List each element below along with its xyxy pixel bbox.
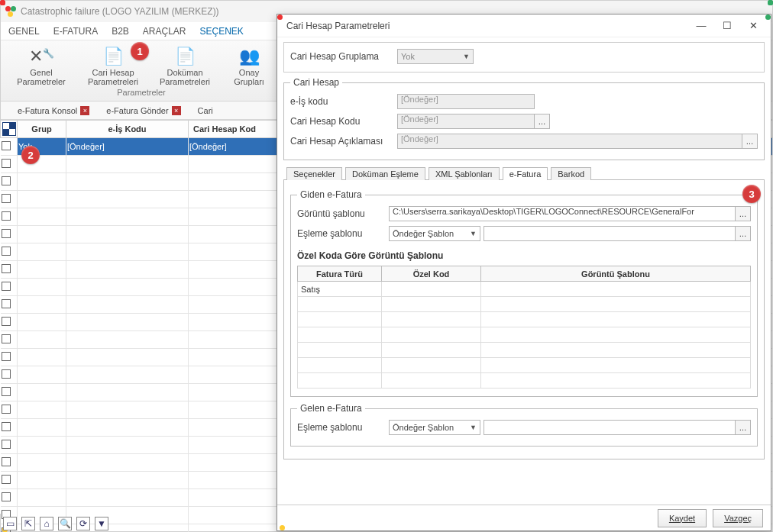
giden-legend: Giden e-Fatura xyxy=(297,189,365,200)
gelen-esleme-select[interactable]: Öndeğer Şablon▼ xyxy=(389,420,480,435)
menu-secenek[interactable]: SEÇENEK xyxy=(200,26,244,37)
row-checkbox[interactable] xyxy=(2,317,11,326)
close-icon[interactable]: × xyxy=(80,106,89,115)
doc-tab-efatura-konsol[interactable]: e-Fatura Konsol × xyxy=(5,106,89,115)
dialog-inner-tabs: Seçenekler Doküman Eşleme XML Şablonları… xyxy=(283,166,765,180)
doc-tab-efatura-gonder[interactable]: e-Fatura Gönder × xyxy=(94,106,180,115)
row-checkbox[interactable] xyxy=(2,387,11,396)
tab-secenekler[interactable]: Seçenekler xyxy=(286,167,342,180)
row-checkbox[interactable] xyxy=(2,194,11,203)
row-checkbox[interactable] xyxy=(2,457,11,466)
esleme-select[interactable]: Öndeğer Şablon▼ xyxy=(389,226,480,241)
row-checkbox[interactable] xyxy=(2,264,11,273)
gruplama-select[interactable]: Yok▼ xyxy=(397,49,474,64)
cancel-button[interactable]: Vazgeç xyxy=(713,509,763,527)
tab-logo-icon xyxy=(5,106,15,115)
chk-input[interactable]: [Öndeğer] xyxy=(397,114,535,129)
row-checkbox[interactable] xyxy=(2,422,11,431)
ozel-header-sablon[interactable]: Görüntü Şablonu xyxy=(481,266,751,282)
esleme-browse-button[interactable]: … xyxy=(736,226,751,241)
tools-icon: ✕🔧 xyxy=(30,45,53,68)
eis-input[interactable]: [Öndeğer] xyxy=(397,94,535,109)
goruntu-browse-button[interactable]: … xyxy=(736,206,751,221)
menu-genel[interactable]: GENEL xyxy=(8,26,40,37)
row-checkbox[interactable] xyxy=(2,141,11,150)
row-checkbox[interactable] xyxy=(2,176,11,185)
row-checkbox[interactable] xyxy=(2,211,11,221)
document-check-icon: 📄 xyxy=(102,45,125,68)
tool-browse-icon[interactable]: ⌂ xyxy=(40,517,53,530)
dialog-title: Cari Hesap Parametreleri xyxy=(286,21,688,31)
row-checkbox[interactable] xyxy=(2,440,11,449)
row-checkbox[interactable] xyxy=(2,299,11,308)
grid-header-eis[interactable]: e-İş Kodu xyxy=(66,121,189,138)
tool-refresh-icon[interactable]: ⟳ xyxy=(76,517,90,530)
row-checkbox[interactable] xyxy=(2,334,11,343)
ribbon-group-caption: Parametreler xyxy=(117,88,166,97)
tab-xml-sablonlari[interactable]: XML Şablonları xyxy=(429,167,500,180)
tool-nav-icon[interactable]: ▭ xyxy=(3,517,17,530)
minimize-button[interactable]: — xyxy=(688,16,714,36)
esleme-label: Eşleme şablonu xyxy=(297,228,389,239)
esleme-path-input[interactable] xyxy=(484,226,736,241)
grid-header-grup[interactable]: Grup xyxy=(18,121,66,138)
tab-barkod[interactable]: Barkod xyxy=(551,167,591,180)
document-gear-icon: 📄 xyxy=(173,45,196,68)
ozel-header-fatura[interactable]: Fatura Türü xyxy=(298,266,382,282)
ozel-table[interactable]: Fatura Türü Özel Kod Görüntü Şablonu Sat… xyxy=(297,266,751,389)
cha-browse-button[interactable]: … xyxy=(742,134,758,149)
ozel-row[interactable] xyxy=(298,297,751,312)
row-checkbox[interactable] xyxy=(2,247,11,256)
gelen-esleme-browse-button[interactable]: … xyxy=(736,420,751,435)
close-icon[interactable]: × xyxy=(172,106,181,115)
close-button[interactable]: ✕ xyxy=(740,16,766,36)
ribbon-btn-cari-hesap-parametreleri[interactable]: 📄 Cari HesapParametreleri 1 xyxy=(79,44,147,86)
menu-efatura[interactable]: E-FATURA xyxy=(53,26,98,37)
cha-input[interactable]: [Öndeğer] xyxy=(397,134,742,149)
ozel-header-ozelkod[interactable]: Özel Kod xyxy=(382,266,481,282)
gruplama-label: Cari Hesap Gruplama xyxy=(290,51,397,62)
ozel-row[interactable]: Satış xyxy=(298,282,751,297)
badge-2: 2 xyxy=(21,146,40,164)
tool-search-icon[interactable]: 🔍 xyxy=(58,517,72,530)
chk-browse-button[interactable]: … xyxy=(535,114,550,129)
ribbon-btn-genel-parametreler[interactable]: ✕🔧 GenelParametreler xyxy=(7,44,76,86)
row-handle-icon[interactable] xyxy=(2,122,16,136)
chevron-down-icon: ▼ xyxy=(470,230,477,237)
ribbon-btn-onay-gruplari[interactable]: 👥 OnayGrupları xyxy=(222,44,276,86)
tab-dokuman-esleme[interactable]: Doküman Eşleme xyxy=(345,167,425,180)
ozel-row[interactable] xyxy=(298,358,751,373)
ozel-row[interactable] xyxy=(298,327,751,343)
maximize-button[interactable]: ☐ xyxy=(714,16,740,36)
ozel-row[interactable] xyxy=(298,373,751,389)
tool-filter-icon[interactable]: ▼ xyxy=(95,517,108,530)
row-checkbox[interactable] xyxy=(2,282,11,291)
row-checkbox[interactable] xyxy=(2,159,11,168)
status-toolbar: ▭ ⇱ ⌂ 🔍 ⟳ ▼ xyxy=(3,517,108,530)
row-checkbox[interactable] xyxy=(2,352,11,361)
ozel-row[interactable] xyxy=(298,312,751,327)
menu-b2b[interactable]: B2B xyxy=(112,26,129,37)
menu-araclar[interactable]: ARAÇLAR xyxy=(143,26,186,37)
row-checkbox[interactable] xyxy=(2,492,11,501)
cari-hesap-fieldset: Cari Hesap e-İş kodu [Öndeğer] Cari Hesa… xyxy=(283,77,765,160)
row-checkbox[interactable] xyxy=(2,405,11,414)
tab-logo-icon xyxy=(94,106,103,115)
tool-export-icon[interactable]: ⇱ xyxy=(21,517,35,530)
dialog-footer: Kaydet Vazgeç xyxy=(277,505,771,530)
badge-3: 3 xyxy=(742,185,761,203)
row-checkbox[interactable] xyxy=(2,369,11,379)
dialog-titlebar[interactable]: Cari Hesap Parametreleri — ☐ ✕ xyxy=(277,15,771,37)
tab-efatura[interactable]: e-Fatura xyxy=(503,167,548,180)
gelen-esleme-path-input[interactable] xyxy=(484,420,736,435)
doc-tab-cari[interactable]: Cari xyxy=(186,106,213,115)
cari-hesap-legend: Cari Hesap xyxy=(290,77,342,88)
row-checkbox[interactable] xyxy=(2,229,11,238)
save-button[interactable]: Kaydet xyxy=(658,509,707,527)
tab-logo-icon xyxy=(186,106,195,115)
goruntu-input[interactable]: C:\Users\serra.sarikaya\Desktop\TIGER\LO… xyxy=(389,206,736,221)
row-checkbox[interactable] xyxy=(2,475,11,484)
app-logo-icon xyxy=(5,6,16,17)
ozel-row[interactable] xyxy=(298,343,751,358)
ribbon-btn-dokuman-parametreleri[interactable]: 📄 DokümanParametreleri xyxy=(150,44,219,86)
